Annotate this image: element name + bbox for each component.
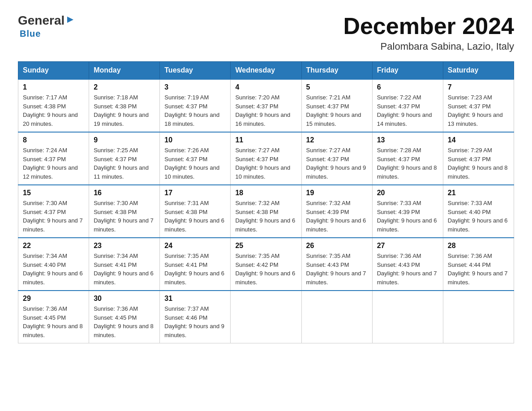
day-info: Sunrise: 7:35 AMSunset: 4:43 PMDaylight:… <box>306 252 368 287</box>
day-info: Sunrise: 7:33 AMSunset: 4:40 PMDaylight:… <box>448 199 509 234</box>
day-info: Sunrise: 7:36 AMSunset: 4:45 PMDaylight:… <box>94 304 155 339</box>
day-number: 12 <box>306 136 368 144</box>
day-info: Sunrise: 7:19 AMSunset: 4:37 PMDaylight:… <box>164 93 226 128</box>
day-info: Sunrise: 7:27 AMSunset: 4:37 PMDaylight:… <box>306 146 368 181</box>
day-number: 6 <box>377 83 438 91</box>
day-info: Sunrise: 7:35 AMSunset: 4:42 PMDaylight:… <box>235 252 296 287</box>
day-info: Sunrise: 7:26 AMSunset: 4:37 PMDaylight:… <box>164 146 226 181</box>
day-info: Sunrise: 7:35 AMSunset: 4:41 PMDaylight:… <box>164 252 226 287</box>
day-number: 21 <box>448 189 509 197</box>
calendar-cell <box>231 291 301 343</box>
calendar-cell: 1 Sunrise: 7:17 AMSunset: 4:38 PMDayligh… <box>18 79 89 132</box>
calendar-cell: 7 Sunrise: 7:23 AMSunset: 4:37 PMDayligh… <box>443 79 514 132</box>
day-number: 27 <box>377 242 438 250</box>
day-info: Sunrise: 7:36 AMSunset: 4:45 PMDaylight:… <box>23 304 84 339</box>
calendar-cell: 12 Sunrise: 7:27 AMSunset: 4:37 PMDaylig… <box>301 132 372 185</box>
day-number: 3 <box>164 83 226 91</box>
calendar-cell: 19 Sunrise: 7:32 AMSunset: 4:39 PMDaylig… <box>301 185 372 238</box>
calendar-cell: 5 Sunrise: 7:21 AMSunset: 4:37 PMDayligh… <box>301 79 372 132</box>
day-info: Sunrise: 7:32 AMSunset: 4:39 PMDaylight:… <box>306 199 368 234</box>
calendar-cell: 8 Sunrise: 7:24 AMSunset: 4:37 PMDayligh… <box>18 132 89 185</box>
calendar-cell <box>372 291 443 343</box>
calendar-cell: 22 Sunrise: 7:34 AMSunset: 4:40 PMDaylig… <box>18 238 89 291</box>
day-number: 30 <box>94 295 155 303</box>
calendar-week-1: 1 Sunrise: 7:17 AMSunset: 4:38 PMDayligh… <box>18 79 514 132</box>
day-info: Sunrise: 7:37 AMSunset: 4:46 PMDaylight:… <box>164 304 226 339</box>
day-info: Sunrise: 7:22 AMSunset: 4:37 PMDaylight:… <box>377 93 438 128</box>
calendar-cell: 28 Sunrise: 7:36 AMSunset: 4:44 PMDaylig… <box>443 238 514 291</box>
day-info: Sunrise: 7:33 AMSunset: 4:39 PMDaylight:… <box>377 199 438 234</box>
day-info: Sunrise: 7:20 AMSunset: 4:37 PMDaylight:… <box>235 93 296 128</box>
logo: General Blue <box>18 13 75 39</box>
day-info: Sunrise: 7:27 AMSunset: 4:37 PMDaylight:… <box>235 146 296 181</box>
calendar-cell: 21 Sunrise: 7:33 AMSunset: 4:40 PMDaylig… <box>443 185 514 238</box>
weekday-header-thursday: Thursday <box>301 62 372 80</box>
day-info: Sunrise: 7:21 AMSunset: 4:37 PMDaylight:… <box>306 93 368 128</box>
logo-blue: Blue <box>20 29 41 39</box>
day-number: 5 <box>306 83 368 91</box>
day-info: Sunrise: 7:18 AMSunset: 4:38 PMDaylight:… <box>94 93 155 128</box>
day-info: Sunrise: 7:31 AMSunset: 4:38 PMDaylight:… <box>164 199 226 234</box>
calendar-week-3: 15 Sunrise: 7:30 AMSunset: 4:37 PMDaylig… <box>18 185 514 238</box>
calendar-cell: 15 Sunrise: 7:30 AMSunset: 4:37 PMDaylig… <box>18 185 89 238</box>
calendar-cell: 29 Sunrise: 7:36 AMSunset: 4:45 PMDaylig… <box>18 291 89 343</box>
calendar-cell: 3 Sunrise: 7:19 AMSunset: 4:37 PMDayligh… <box>160 79 231 132</box>
day-info: Sunrise: 7:28 AMSunset: 4:37 PMDaylight:… <box>377 146 438 181</box>
day-number: 4 <box>235 83 296 91</box>
calendar-cell: 18 Sunrise: 7:32 AMSunset: 4:38 PMDaylig… <box>231 185 301 238</box>
day-info: Sunrise: 7:17 AMSunset: 4:38 PMDaylight:… <box>23 93 84 128</box>
calendar-cell: 9 Sunrise: 7:25 AMSunset: 4:37 PMDayligh… <box>89 132 160 185</box>
day-number: 16 <box>94 189 155 197</box>
day-number: 13 <box>377 136 438 144</box>
day-number: 19 <box>306 189 368 197</box>
day-info: Sunrise: 7:30 AMSunset: 4:37 PMDaylight:… <box>23 199 84 234</box>
calendar-week-2: 8 Sunrise: 7:24 AMSunset: 4:37 PMDayligh… <box>18 132 514 185</box>
calendar-cell: 13 Sunrise: 7:28 AMSunset: 4:37 PMDaylig… <box>372 132 443 185</box>
calendar-cell: 16 Sunrise: 7:30 AMSunset: 4:38 PMDaylig… <box>89 185 160 238</box>
day-number: 15 <box>23 189 84 197</box>
calendar-cell: 14 Sunrise: 7:29 AMSunset: 4:37 PMDaylig… <box>443 132 514 185</box>
calendar-cell: 11 Sunrise: 7:27 AMSunset: 4:37 PMDaylig… <box>231 132 301 185</box>
calendar-cell <box>443 291 514 343</box>
weekday-header-tuesday: Tuesday <box>160 62 231 80</box>
day-info: Sunrise: 7:36 AMSunset: 4:43 PMDaylight:… <box>377 252 438 287</box>
day-info: Sunrise: 7:30 AMSunset: 4:38 PMDaylight:… <box>94 199 155 234</box>
title-area: December 2024 Palombara Sabina, Lazio, I… <box>343 13 514 52</box>
calendar-cell: 27 Sunrise: 7:36 AMSunset: 4:43 PMDaylig… <box>372 238 443 291</box>
day-info: Sunrise: 7:36 AMSunset: 4:44 PMDaylight:… <box>448 252 509 287</box>
calendar-cell: 31 Sunrise: 7:37 AMSunset: 4:46 PMDaylig… <box>160 291 231 343</box>
calendar-cell: 10 Sunrise: 7:26 AMSunset: 4:37 PMDaylig… <box>160 132 231 185</box>
day-info: Sunrise: 7:32 AMSunset: 4:38 PMDaylight:… <box>235 199 296 234</box>
day-number: 8 <box>23 136 84 144</box>
weekday-header-wednesday: Wednesday <box>231 62 301 80</box>
day-number: 31 <box>164 295 226 303</box>
weekday-header-monday: Monday <box>89 62 160 80</box>
day-number: 24 <box>164 242 226 250</box>
calendar-cell: 4 Sunrise: 7:20 AMSunset: 4:37 PMDayligh… <box>231 79 301 132</box>
day-number: 7 <box>448 83 509 91</box>
calendar-cell <box>301 291 372 343</box>
svg-marker-0 <box>67 17 73 23</box>
calendar-cell: 23 Sunrise: 7:34 AMSunset: 4:41 PMDaylig… <box>89 238 160 291</box>
day-info: Sunrise: 7:25 AMSunset: 4:37 PMDaylight:… <box>94 146 155 181</box>
calendar-cell: 20 Sunrise: 7:33 AMSunset: 4:39 PMDaylig… <box>372 185 443 238</box>
day-number: 10 <box>164 136 226 144</box>
logo-icon <box>65 15 75 26</box>
day-number: 17 <box>164 189 226 197</box>
calendar-cell: 2 Sunrise: 7:18 AMSunset: 4:38 PMDayligh… <box>89 79 160 132</box>
day-number: 22 <box>23 242 84 250</box>
day-info: Sunrise: 7:34 AMSunset: 4:41 PMDaylight:… <box>94 252 155 287</box>
day-number: 2 <box>94 83 155 91</box>
day-info: Sunrise: 7:23 AMSunset: 4:37 PMDaylight:… <box>448 93 509 128</box>
calendar-week-4: 22 Sunrise: 7:34 AMSunset: 4:40 PMDaylig… <box>18 238 514 291</box>
month-title: December 2024 <box>343 13 514 39</box>
day-number: 23 <box>94 242 155 250</box>
calendar-cell: 17 Sunrise: 7:31 AMSunset: 4:38 PMDaylig… <box>160 185 231 238</box>
weekday-header-sunday: Sunday <box>18 62 89 80</box>
calendar-cell: 25 Sunrise: 7:35 AMSunset: 4:42 PMDaylig… <box>231 238 301 291</box>
calendar-cell: 30 Sunrise: 7:36 AMSunset: 4:45 PMDaylig… <box>89 291 160 343</box>
day-number: 26 <box>306 242 368 250</box>
day-number: 14 <box>448 136 509 144</box>
day-number: 9 <box>94 136 155 144</box>
calendar-table: SundayMondayTuesdayWednesdayThursdayFrid… <box>18 61 514 343</box>
